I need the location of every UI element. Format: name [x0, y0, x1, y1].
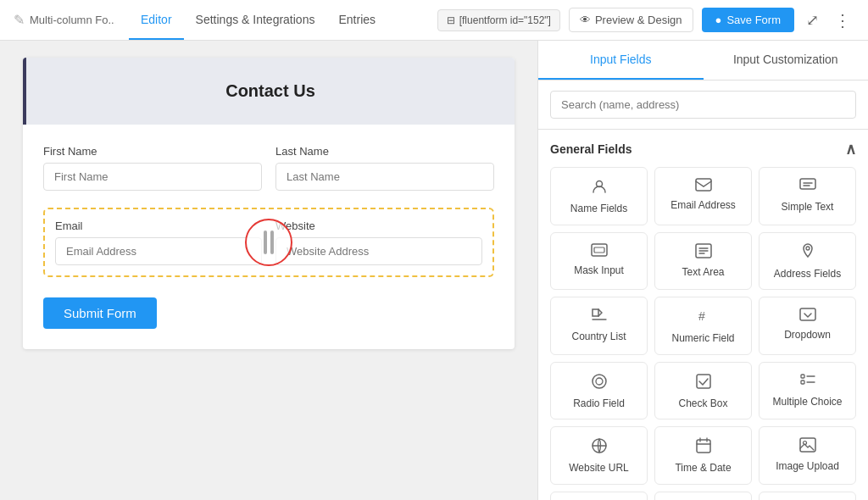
panel-body: General Fields ∧ Name Fields Email Addre… [538, 130, 868, 500]
nav-tabs: Editor Settings & Integrations Entries [129, 1, 387, 40]
fields-grid: Name Fields Email Address Simple Text [550, 167, 856, 500]
save-label: Save Form [726, 14, 781, 26]
drag-line-1 [264, 231, 267, 254]
image-upload-label: Image Upload [776, 460, 839, 474]
form-icon: ✎ [14, 12, 25, 28]
email-address-icon [695, 178, 712, 194]
tab-editor[interactable]: Editor [129, 1, 184, 40]
field-card-time-date[interactable]: Time & Date [654, 426, 752, 485]
website-field: Website [275, 219, 482, 265]
drag-handle-lines [264, 231, 274, 254]
svg-point-6 [806, 247, 810, 250]
field-card-radio-field[interactable]: Radio Field [550, 362, 648, 420]
preview-button[interactable]: 👁 Preview & Design [569, 8, 693, 32]
save-button[interactable]: ● Save Form [702, 8, 794, 32]
svg-rect-12 [801, 375, 804, 378]
address-fields-icon [801, 243, 815, 263]
form-title: Contact Us [43, 81, 498, 101]
shortcode-badge[interactable]: ⊟ [fluentform id="152"] [437, 9, 560, 31]
check-box-label: Check Box [678, 397, 727, 411]
field-card-file-upload[interactable]: File Upload [550, 492, 648, 500]
last-name-input[interactable] [275, 163, 494, 191]
general-fields-header: General Fields ∧ [550, 130, 856, 167]
first-name-field: First Name [43, 145, 262, 191]
svg-rect-8 [800, 308, 815, 320]
submit-button[interactable]: Submit Form [43, 297, 157, 329]
email-website-row: Email Website [43, 208, 494, 277]
field-card-custom-html[interactable]: Custom HTML [654, 492, 752, 500]
website-input[interactable] [275, 237, 482, 265]
save-icon: ● [715, 14, 722, 26]
email-field: Email [55, 219, 262, 265]
name-fields-label: Name Fields [570, 203, 627, 216]
country-list-icon [591, 308, 608, 325]
name-row: First Name Last Name [43, 145, 494, 191]
dropdown-label: Dropdown [784, 329, 831, 342]
field-card-simple-text[interactable]: Simple Text [759, 167, 856, 225]
tab-entries[interactable]: Entries [326, 1, 387, 40]
search-input[interactable] [550, 91, 856, 119]
website-url-icon [591, 437, 608, 457]
brand-link[interactable]: ✎ Multi-column Fo... [14, 12, 115, 28]
multiple-choice-icon [799, 373, 816, 391]
field-card-email-address[interactable]: Email Address [654, 167, 752, 225]
last-name-field: Last Name [275, 145, 494, 191]
field-card-numeric-field[interactable]: # Numeric Field [654, 297, 752, 355]
form-body: First Name Last Name Email [23, 125, 515, 349]
fullscreen-button[interactable]: ⤢ [803, 8, 822, 33]
name-fields-icon [591, 178, 608, 197]
main-layout: Contact Us First Name Last Name [0, 41, 868, 500]
email-label: Email [55, 219, 262, 232]
svg-rect-14 [697, 440, 710, 453]
check-box-icon [695, 373, 712, 392]
country-list-label: Country List [571, 331, 626, 344]
field-card-name-fields[interactable]: Name Fields [550, 167, 648, 225]
field-card-check-box[interactable]: Check Box [654, 362, 752, 420]
svg-rect-2 [800, 179, 815, 189]
simple-text-icon [799, 178, 816, 196]
form-header: Contact Us [23, 58, 515, 125]
shortcode-icon: ⊟ [447, 14, 455, 26]
more-menu-button[interactable]: ⋮ [831, 7, 854, 34]
nav-right: ⊟ [fluentform id="152"] 👁 Preview & Desi… [437, 7, 854, 34]
mask-input-label: Mask Input [574, 264, 624, 278]
field-card-address-fields[interactable]: Address Fields [759, 232, 856, 291]
field-card-mask-input[interactable]: Mask Input [550, 232, 648, 291]
preview-icon: 👁 [580, 14, 591, 26]
svg-point-9 [593, 375, 606, 388]
field-card-dropdown[interactable]: Dropdown [759, 297, 856, 355]
numeric-field-icon: # [695, 308, 712, 327]
form-canvas: Contact Us First Name Last Name [23, 58, 515, 349]
address-fields-label: Address Fields [774, 268, 841, 281]
first-name-input[interactable] [43, 163, 262, 191]
shortcode-text: [fluentform id="152"] [459, 14, 551, 26]
time-date-label: Time & Date [675, 462, 731, 475]
field-card-country-list[interactable]: Country List [550, 297, 648, 355]
general-fields-label: General Fields [550, 142, 632, 156]
field-card-website-url[interactable]: Website URL [550, 426, 648, 485]
dropdown-icon [799, 308, 816, 324]
svg-rect-4 [594, 247, 604, 253]
brand-label: Multi-column Fo... [30, 14, 115, 26]
numeric-field-label: Numeric Field [671, 332, 734, 346]
tab-settings[interactable]: Settings & Integrations [184, 1, 327, 40]
tab-input-fields[interactable]: Input Fields [538, 41, 704, 80]
tab-input-customization[interactable]: Input Customization [704, 41, 869, 80]
text-area-label: Text Area [682, 266, 724, 280]
right-panel: Input Fields Input Customization General… [537, 41, 868, 500]
field-card-text-area[interactable]: Text Area [654, 232, 752, 291]
mask-input-icon [591, 243, 608, 259]
field-card-image-upload[interactable]: Image Upload [759, 426, 856, 485]
simple-text-label: Simple Text [782, 201, 834, 214]
website-label: Website [275, 219, 482, 232]
text-area-icon [695, 243, 712, 261]
multiple-choice-label: Multiple Choice [772, 396, 842, 409]
top-navigation: ✎ Multi-column Fo... Editor Settings & I… [0, 0, 868, 41]
field-card-phone-mobile[interactable]: Phone/Mobile Fi... [759, 492, 856, 500]
radio-field-label: Radio Field [573, 397, 625, 411]
radio-field-icon [591, 373, 608, 392]
field-card-multiple-choice[interactable]: Multiple Choice [759, 362, 856, 420]
svg-rect-13 [801, 381, 804, 384]
collapse-icon[interactable]: ∧ [845, 140, 856, 158]
email-input[interactable] [55, 237, 262, 265]
